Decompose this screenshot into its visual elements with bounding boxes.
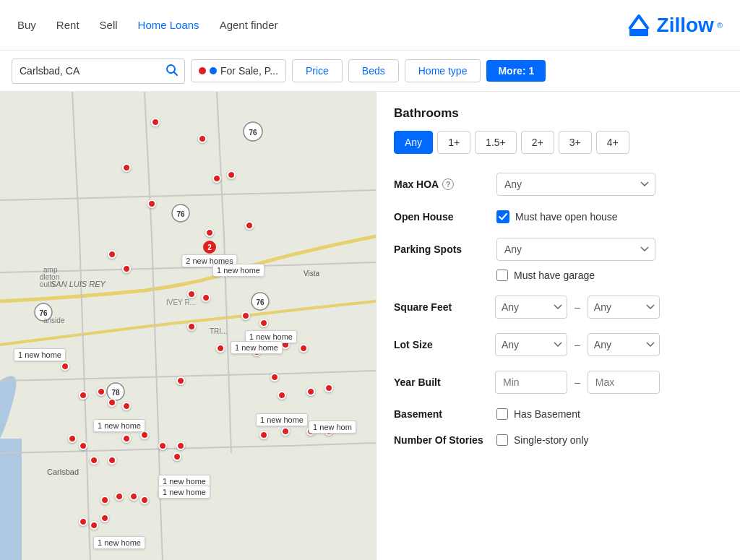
open-house-checkbox-checked[interactable] xyxy=(496,210,509,223)
map-pin[interactable] xyxy=(79,517,87,526)
bath-btn-1.5plus[interactable]: 1.5+ xyxy=(475,131,517,154)
map-pin[interactable] xyxy=(100,496,109,504)
lot-max-select[interactable]: Any 5000 sqft 1 acre 5 acres xyxy=(588,333,660,356)
listing-type-label: For Sale, P... xyxy=(220,65,278,77)
map-pin[interactable] xyxy=(122,402,131,410)
sq-feet-min-select[interactable]: Any 500 750 1000 xyxy=(495,296,567,319)
map-pin[interactable] xyxy=(100,514,109,522)
map-pin[interactable] xyxy=(122,163,131,172)
map-pin[interactable] xyxy=(216,344,225,353)
map-pin[interactable] xyxy=(158,441,167,450)
map-pin[interactable] xyxy=(97,387,106,396)
map-label[interactable]: 1 new home xyxy=(256,413,308,426)
map-label[interactable]: 1 new home xyxy=(231,341,283,354)
bath-btn-3plus[interactable]: 3+ xyxy=(559,131,592,154)
garage-checkbox[interactable] xyxy=(496,270,508,281)
home-type-filter-button[interactable]: Home type xyxy=(405,59,481,82)
map-pin[interactable] xyxy=(281,427,290,436)
location-search-button[interactable] xyxy=(165,64,178,79)
map-pin[interactable] xyxy=(299,344,308,353)
nav-loans[interactable]: Home Loans xyxy=(138,19,199,31)
garage-text: Must have garage xyxy=(514,270,595,281)
sq-feet-max-select[interactable]: Any 2000 3000 5000 xyxy=(588,296,660,319)
map-pin[interactable] xyxy=(176,376,185,385)
more-filter-button[interactable]: More: 1 xyxy=(486,60,546,82)
map-pin[interactable] xyxy=(187,290,196,298)
map-pin[interactable] xyxy=(122,434,131,443)
garage-checkbox-wrap[interactable]: Must have garage xyxy=(496,270,595,281)
map-pin[interactable] xyxy=(140,496,149,504)
map-pin[interactable] xyxy=(122,264,131,273)
map-label[interactable]: 1 new home xyxy=(14,348,66,361)
map-container[interactable]: 76 76 76 76 78 SAN LUIS REY IVEY R... an… xyxy=(0,92,376,560)
map-pin[interactable] xyxy=(173,452,181,461)
stories-checkbox[interactable] xyxy=(496,434,508,446)
map-pin[interactable] xyxy=(324,384,333,392)
map-badge: 2 xyxy=(203,241,216,254)
map-pin[interactable] xyxy=(270,373,279,382)
map-pin[interactable] xyxy=(212,174,221,183)
price-filter-button[interactable]: Price xyxy=(292,59,343,82)
bath-btn-Any[interactable]: Any xyxy=(394,131,433,154)
year-max-input[interactable] xyxy=(588,371,660,394)
map-pin[interactable] xyxy=(259,319,268,327)
map-pin[interactable] xyxy=(79,441,87,450)
map-pin[interactable] xyxy=(306,387,315,396)
nav-agent[interactable]: Agent finder xyxy=(220,19,278,31)
year-built-row: Year Built – xyxy=(394,371,723,394)
map-pin[interactable] xyxy=(205,228,214,237)
lot-size-label: Lot Size xyxy=(394,339,488,350)
dot-blue-icon xyxy=(210,67,217,74)
map-pin[interactable] xyxy=(79,391,87,400)
map-pin[interactable] xyxy=(108,456,116,465)
open-house-label: Open House xyxy=(394,211,488,223)
sq-feet-dash: – xyxy=(575,301,580,313)
stories-label: Number Of Stories xyxy=(394,434,488,446)
location-input[interactable] xyxy=(20,65,161,77)
map-label[interactable]: 1 new home xyxy=(93,419,145,432)
nav-buy[interactable]: Buy xyxy=(17,19,36,31)
map-pin[interactable] xyxy=(129,492,138,501)
basement-checkbox[interactable] xyxy=(496,408,508,420)
map-label[interactable]: 1 new home xyxy=(158,486,210,499)
map-pin[interactable] xyxy=(151,118,160,126)
year-dash: – xyxy=(575,376,580,388)
basement-checkbox-wrap[interactable]: Has Basement xyxy=(496,408,580,420)
bath-btn-1plus[interactable]: 1+ xyxy=(437,131,470,154)
lot-min-select[interactable]: Any 1000 sqft 2000 sqft 5000 sqft xyxy=(495,333,567,356)
parking-select[interactable]: Any 1+ 2+ 3+ xyxy=(496,238,655,261)
map-pin[interactable] xyxy=(61,362,69,371)
nav-rent[interactable]: Rent xyxy=(56,19,79,31)
svg-line-2 xyxy=(174,72,178,75)
map-pin[interactable] xyxy=(187,322,196,331)
map-pin[interactable] xyxy=(176,441,185,450)
listing-type-button[interactable]: For Sale, P... xyxy=(191,59,286,82)
map-pin[interactable] xyxy=(108,398,116,407)
map-pin[interactable] xyxy=(245,221,254,230)
stories-checkbox-wrap[interactable]: Single-story only xyxy=(496,434,589,446)
map-label[interactable]: 1 new hom xyxy=(309,421,356,434)
map-label[interactable]: 1 new home xyxy=(212,264,264,277)
bath-btn-2plus[interactable]: 2+ xyxy=(521,131,554,154)
map-pin[interactable] xyxy=(90,521,98,530)
nav-sell[interactable]: Sell xyxy=(100,19,118,31)
map-pin[interactable] xyxy=(202,293,210,302)
beds-filter-button[interactable]: Beds xyxy=(348,59,399,82)
map-pin[interactable] xyxy=(259,431,268,439)
map-label[interactable]: 1 new home xyxy=(93,536,145,549)
map-pin[interactable] xyxy=(227,171,236,179)
map-pin[interactable] xyxy=(115,492,124,501)
max-hoa-select[interactable]: Any $50/mo $100/mo $200/mo $300/mo xyxy=(496,173,655,196)
map-pin[interactable] xyxy=(108,250,116,259)
map-pin[interactable] xyxy=(90,456,98,465)
map-pin[interactable] xyxy=(147,199,156,208)
map-pin[interactable] xyxy=(198,134,207,143)
map-pin[interactable] xyxy=(68,434,77,443)
map-pin[interactable] xyxy=(241,311,250,320)
logo[interactable]: Zillow ® xyxy=(624,12,723,39)
max-hoa-help-icon[interactable]: ? xyxy=(442,178,454,190)
map-pin[interactable] xyxy=(278,391,286,400)
bath-btn-4plus[interactable]: 4+ xyxy=(596,131,629,154)
year-min-input[interactable] xyxy=(495,371,567,394)
open-house-checkbox-wrap[interactable]: Must have open house xyxy=(496,210,618,223)
